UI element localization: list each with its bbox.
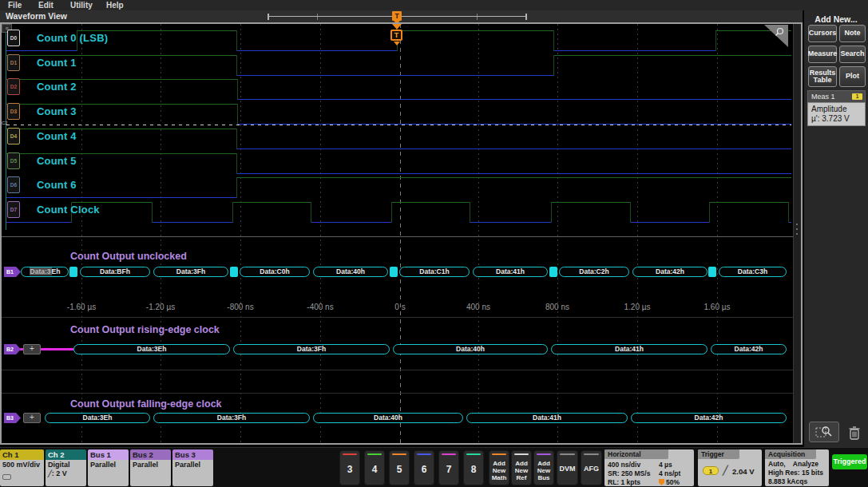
acquisition-settings-panel[interactable]: AcquisitionAuto, AnalyzeHigh Res: 15 bit… bbox=[765, 449, 829, 486]
channel-badge-d4[interactable]: D4 bbox=[7, 128, 20, 145]
horizontal-setting: 400 ns/div bbox=[608, 461, 640, 469]
add-new-ref-button[interactable]: AddNewRef bbox=[511, 450, 532, 485]
channel-label-d3[interactable]: Count 3 bbox=[37, 105, 77, 117]
channel-settings-badge-bus1[interactable]: Bus 1Parallel bbox=[88, 449, 129, 486]
bus-badge-b1[interactable]: B1 bbox=[4, 267, 21, 277]
bus-segment[interactable]: Data:C0h bbox=[240, 267, 310, 277]
bus-label-b1[interactable]: Count Output unclocked bbox=[70, 251, 187, 262]
bus-segment[interactable]: Data:3Fh bbox=[153, 413, 310, 423]
bus-segment[interactable]: Data:40h bbox=[313, 413, 463, 423]
channel-settings-badge-ch1[interactable]: Ch 1500 mV/div100 MHzBw bbox=[0, 449, 44, 486]
bus-badge-b2[interactable]: B2 bbox=[4, 344, 21, 354]
channel-button-6[interactable]: 6 bbox=[414, 450, 434, 485]
channel-label-d0[interactable]: Count 0 (LSB) bbox=[37, 32, 108, 44]
digital-wave-segment bbox=[6, 79, 237, 80]
add-new-measure-button[interactable]: Measure bbox=[808, 46, 837, 63]
digital-threshold-text: ╱: 2 V bbox=[48, 469, 84, 479]
bus-segment[interactable]: Data:C3h bbox=[719, 267, 787, 277]
menu-item-utility[interactable]: Utility bbox=[70, 0, 93, 10]
bus-segment[interactable]: Data:3Eh bbox=[21, 267, 69, 277]
bus-segment[interactable]: Data:42h bbox=[631, 413, 787, 423]
channel-badge-d1[interactable]: D1 bbox=[7, 54, 20, 71]
bus-segment[interactable]: Data:BFh bbox=[80, 267, 150, 277]
bus-segment[interactable]: Data:40h bbox=[313, 267, 388, 277]
channel-button-8[interactable]: 8 bbox=[463, 450, 484, 485]
bus-expand-plus-button[interactable]: + bbox=[23, 413, 41, 423]
bus-label-b3[interactable]: Count Output falling-edge clock bbox=[70, 398, 222, 410]
digital-wave-segment bbox=[6, 153, 236, 154]
add-new-cursors-button[interactable]: Cursors bbox=[808, 25, 837, 42]
bus-segment[interactable]: Data:3Eh bbox=[73, 344, 230, 354]
menu-item-file[interactable]: File bbox=[8, 0, 22, 10]
channel-badge-d7[interactable]: D7 bbox=[7, 201, 20, 218]
zoom-mode-button[interactable] bbox=[809, 422, 839, 442]
digital-wave-segment bbox=[551, 202, 630, 203]
delete-button[interactable] bbox=[844, 423, 865, 442]
digital-wave-edge bbox=[551, 202, 552, 223]
measurement-type: Amplitude bbox=[811, 105, 862, 114]
channel-badge-d0[interactable]: D0 bbox=[7, 30, 20, 46]
channel-label-d4[interactable]: Count 4 bbox=[37, 130, 77, 142]
bus-segment[interactable]: Data:40h bbox=[393, 344, 548, 354]
add-new-note-button[interactable]: Note bbox=[839, 25, 866, 42]
trigger-settings-panel[interactable]: Trigger1╱2.04 V bbox=[698, 449, 762, 486]
afg-button[interactable]: AFG bbox=[581, 450, 602, 485]
bus-segment[interactable]: Data:42h bbox=[632, 267, 707, 277]
dvm-button[interactable]: DVM bbox=[557, 450, 578, 485]
channel-button-4[interactable]: 4 bbox=[364, 450, 385, 485]
bus-value-edit-highlight: Data:3 bbox=[30, 267, 52, 275]
channel-settings-badge-ch2[interactable]: Ch 2Digital╱: 2 V bbox=[46, 449, 86, 486]
bus-segment[interactable]: Data:41h bbox=[473, 267, 548, 277]
horizontal-settings-panel[interactable]: Horizontal400 ns/div4 µsSR: 250 MS/s4 ns… bbox=[604, 449, 694, 486]
digital-channel-row: D3Count 3 bbox=[2, 100, 793, 125]
digital-wave-segment bbox=[470, 222, 551, 223]
add-new-math-button[interactable]: AddNewMath bbox=[489, 450, 509, 485]
channel-badge-d2[interactable]: D2 bbox=[7, 78, 20, 95]
add-new-bus-button[interactable]: AddNewBus bbox=[533, 450, 554, 485]
channel-button-7[interactable]: 7 bbox=[438, 450, 459, 485]
acquisition-setting: Auto, Analyze bbox=[768, 460, 818, 468]
channel-badge-title: Bus 2 bbox=[130, 449, 171, 460]
add-button-label: AddNewRef bbox=[512, 460, 531, 481]
add-color-strip bbox=[514, 453, 529, 455]
bus-badge-b3[interactable]: B3 bbox=[4, 413, 21, 423]
channel-badge-body: 500 mV/div100 MHzBw bbox=[0, 460, 44, 486]
channel-settings-badge-bus2[interactable]: Bus 2Parallel bbox=[130, 449, 171, 486]
channel-settings-badge-bus3[interactable]: Bus 3Parallel bbox=[172, 449, 213, 486]
trigger-position-marker[interactable]: T bbox=[392, 11, 402, 21]
menu-item-help[interactable]: Help bbox=[106, 0, 124, 10]
add-new-search-button[interactable]: Search bbox=[839, 46, 866, 63]
trigger-level-value: 2.04 V bbox=[732, 467, 754, 476]
channel-label-d5[interactable]: Count 5 bbox=[37, 155, 77, 167]
measurement-badge[interactable]: Meas 1 1 Amplitude µ': 3.723 V bbox=[807, 90, 866, 126]
trigger-marker[interactable]: T bbox=[390, 30, 402, 41]
bus-label-b2[interactable]: Count Output rising-edge clock bbox=[70, 324, 220, 335]
bus-segment[interactable]: Data:3Eh bbox=[45, 413, 150, 423]
channel-badge-d3[interactable]: D3 bbox=[7, 103, 20, 120]
add-new-results-table-button[interactable]: Results Table bbox=[808, 66, 837, 87]
channel-badge-d5[interactable]: D5 bbox=[7, 152, 20, 169]
bus-segment[interactable]: Data:41h bbox=[466, 413, 628, 423]
channel-label-d7[interactable]: Count Clock bbox=[37, 204, 100, 216]
channel-setting-text: 100 MHzBw bbox=[2, 484, 42, 487]
channel-label-d6[interactable]: Count 6 bbox=[37, 179, 77, 191]
digital-wave-edge bbox=[715, 30, 716, 51]
channel-button-5[interactable]: 5 bbox=[389, 450, 410, 485]
channel-button-3[interactable]: 3 bbox=[339, 450, 360, 485]
bus-segment[interactable]: Data:3Fh bbox=[153, 267, 228, 277]
bus-segment[interactable]: Data:42h bbox=[711, 344, 787, 354]
add-new-plot-button[interactable]: Plot bbox=[839, 66, 866, 87]
bus-segment[interactable]: Data:41h bbox=[551, 344, 707, 354]
channel-label-d1[interactable]: Count 1 bbox=[37, 57, 77, 69]
bus-segment[interactable]: Data:C1h bbox=[399, 267, 470, 277]
tab-waveform-view[interactable]: Waveform View bbox=[6, 11, 67, 21]
add-color-strip bbox=[537, 453, 551, 455]
waveform-view[interactable]: ≡D0Count 0 (LSB)D1Count 1D2Count 2D3Coun… bbox=[0, 22, 803, 445]
bus-segment[interactable]: Data:C2h bbox=[559, 267, 629, 277]
menu-item-edit[interactable]: Edit bbox=[38, 0, 54, 10]
draw-zoom-corner-button[interactable] bbox=[763, 25, 788, 47]
channel-label-d2[interactable]: Count 2 bbox=[37, 81, 77, 93]
channel-badge-d6[interactable]: D6 bbox=[7, 176, 20, 193]
bus-segment[interactable]: Data:3Fh bbox=[233, 344, 390, 354]
bus-expand-plus-button[interactable]: + bbox=[23, 344, 41, 354]
